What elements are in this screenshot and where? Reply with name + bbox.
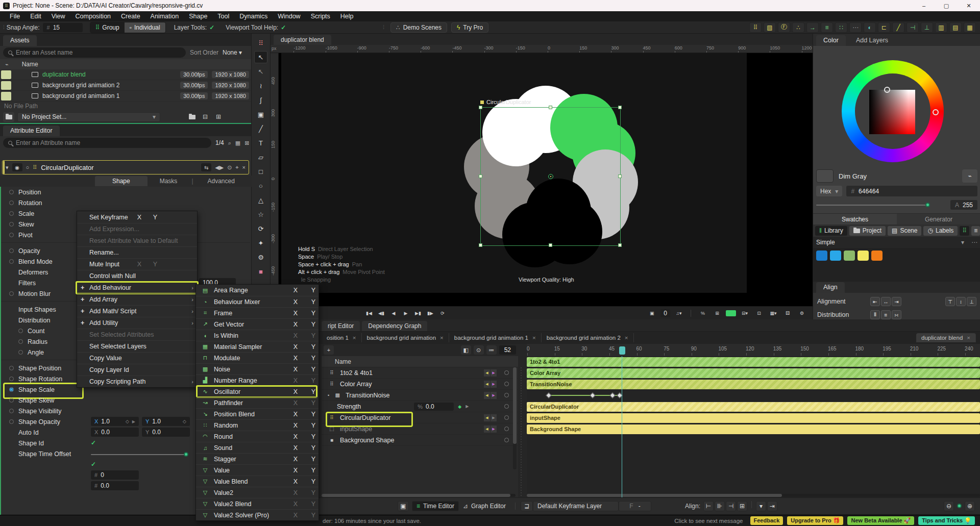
hex-input[interactable]: #646464: [846, 186, 977, 196]
selection-handle[interactable]: [618, 243, 622, 247]
toolbar-icon-button[interactable]: ▧: [764, 22, 776, 33]
selection-handle[interactable]: [479, 106, 482, 109]
auto-id-checkbox[interactable]: ✓: [91, 461, 96, 468]
open-folder-button[interactable]: [187, 112, 197, 121]
submenu-item[interactable]: ▤ Area Range X Y: [196, 285, 318, 296]
tool-button[interactable]: ╱: [254, 122, 267, 135]
composition-tab[interactable]: background grid animation×: [362, 333, 449, 342]
asset-color-swatch[interactable]: [1, 70, 11, 79]
toolbar-icon-button[interactable]: ⊏: [878, 22, 890, 33]
color-swatch[interactable]: [816, 251, 827, 261]
align-bottom-button[interactable]: ⊥: [967, 297, 976, 306]
track-h-scrollbar[interactable]: [527, 494, 980, 497]
eyedropper-button[interactable]: ⌁: [962, 169, 977, 183]
go-to-start-button[interactable]: ▮◀: [363, 309, 375, 318]
prev-keyframe-button[interactable]: ◀▮: [376, 309, 387, 318]
align-keys-right-button[interactable]: ⊣: [726, 501, 736, 511]
submenu-item[interactable]: ≋ Stagger X Y: [196, 453, 318, 464]
menu-item[interactable]: Tool: [213, 13, 234, 20]
go-to-end-button[interactable]: ▮▶: [425, 309, 436, 318]
toolbar-icon-button[interactable]: ╱: [892, 22, 904, 33]
sort-order-select[interactable]: None ▾: [223, 49, 242, 56]
expander-icon[interactable]: •: [328, 393, 329, 398]
keyframe-layer-icon[interactable]: ⊒: [521, 501, 533, 511]
tool-button[interactable]: ✦: [254, 237, 267, 249]
timeline-bar[interactable]: 1to2 & 4to1: [527, 357, 980, 367]
keyframe-diamond-icon[interactable]: ◇: [126, 419, 129, 424]
close-tab-icon[interactable]: ×: [440, 335, 444, 341]
menu-item[interactable]: Scripts: [306, 13, 335, 20]
pivot-marker[interactable]: [548, 174, 553, 179]
keyframe-radio[interactable]: [9, 387, 14, 392]
timeline-bar[interactable]: Color Array: [527, 368, 980, 378]
timeline-bar[interactable]: CircularDuplicator: [527, 402, 980, 412]
isolate-icon[interactable]: ⊙: [474, 345, 484, 355]
solo-circle-icon[interactable]: [504, 427, 509, 431]
jump-next-button[interactable]: ⇥: [767, 501, 777, 511]
submenu-item[interactable]: ▽ Value Blend X Y: [196, 475, 318, 487]
asset-row[interactable]: background grid animation 1 30.00fps 192…: [0, 91, 251, 102]
layer-row[interactable]: ⬚inputShape◀▶: [322, 423, 518, 435]
tab-shape[interactable]: Shape: [95, 176, 148, 186]
submenu-item[interactable]: ▽ Value2 Solver (Pro) X Y: [196, 509, 318, 520]
clear-icon[interactable]: ⊠: [244, 140, 249, 146]
toolbar-icon-button[interactable]: ▤: [949, 22, 962, 33]
solo-box-icon[interactable]: ▣: [398, 501, 409, 511]
zoom-out-icon[interactable]: ⊖: [944, 501, 954, 511]
submenu-item[interactable]: ◠ Round X Y: [196, 431, 318, 442]
filter-layers-icon[interactable]: ◧: [461, 345, 471, 355]
tab-attribute-editor[interactable]: Attribute Editor: [3, 126, 60, 136]
keyframe[interactable]: [590, 392, 595, 398]
align-left-button[interactable]: ⇤: [870, 297, 880, 306]
context-menu-item[interactable]: Add Expression...: [77, 223, 197, 235]
timeline-bar[interactable]: Background Shape: [527, 424, 980, 434]
keyframe-radio[interactable]: [9, 201, 14, 205]
tool-button[interactable]: ○: [254, 180, 267, 192]
submenu-item[interactable]: ↗ Get Vector X Y: [196, 318, 318, 330]
in-out-buttons[interactable]: ◀▶: [484, 381, 497, 388]
list-h-scrollbar[interactable]: [322, 494, 516, 497]
playhead-handle[interactable]: [619, 346, 625, 355]
step-forward-button[interactable]: ▶▮: [412, 309, 424, 318]
keyframe-radio[interactable]: [9, 190, 14, 194]
step-back-button[interactable]: ◀: [388, 309, 399, 318]
frame-offset-field[interactable]: F-: [619, 501, 651, 511]
align-keys-center-button[interactable]: ⊪: [715, 501, 725, 511]
align-right-button[interactable]: ⇥: [892, 297, 901, 306]
toolbar-icon-button[interactable]: ≡: [821, 22, 833, 33]
context-menu-item[interactable]: Set Keyframe X Y: [77, 211, 197, 223]
next-message-link[interactable]: Click to see next message: [674, 518, 743, 524]
align-keys-left-button[interactable]: ⊢: [703, 501, 714, 511]
selection-handle[interactable]: [549, 106, 552, 109]
keyframe-radio[interactable]: [18, 339, 23, 344]
status-badge[interactable]: Feedback: [750, 516, 783, 525]
vertical-ruler[interactable]: 4503001500-150-300-450: [271, 53, 279, 306]
keyframe-radio[interactable]: [9, 259, 14, 264]
tool-button[interactable]: ☆: [254, 208, 267, 220]
zoom-in-icon[interactable]: ⊕: [965, 501, 975, 511]
context-menu-item[interactable]: Set Selected Layers: [77, 340, 197, 352]
selection-handle[interactable]: [549, 243, 552, 247]
dice-icon[interactable]: ⚄: [782, 309, 793, 318]
keyframe-radio[interactable]: [9, 377, 14, 381]
layer-tools-check[interactable]: ✓: [209, 24, 214, 31]
color-mode-select[interactable]: Hex▾: [816, 186, 842, 196]
tab-align[interactable]: Align: [816, 282, 845, 293]
next-key-icon[interactable]: ▶: [465, 404, 469, 409]
menu-item[interactable]: View: [47, 13, 70, 20]
close-tab-icon[interactable]: ×: [353, 335, 356, 341]
submenu-item[interactable]: ▟ Number Range X Y: [196, 374, 318, 386]
project-folder-button[interactable]: [3, 112, 14, 122]
keyframe-radio[interactable]: [9, 398, 14, 403]
toolbar-icon-button[interactable]: →: [806, 22, 819, 33]
solo-circle-icon[interactable]: [504, 415, 509, 420]
next-key-icon[interactable]: ▶: [132, 419, 135, 424]
tool-button[interactable]: ■: [254, 265, 267, 278]
connections-icon[interactable]: ⇆: [201, 163, 211, 171]
loop-button[interactable]: ⟳: [437, 309, 448, 318]
composition-tab[interactable]: background grid animation 2×: [542, 333, 634, 342]
window-button[interactable]: ⊟: [200, 112, 210, 121]
menu-item[interactable]: Dynamics: [235, 13, 272, 20]
toolbar-icon-button[interactable]: ⋯: [849, 22, 862, 33]
track-area[interactable]: 1to2 & 4to1Color ArrayTransitionNoiseCir…: [527, 356, 980, 497]
